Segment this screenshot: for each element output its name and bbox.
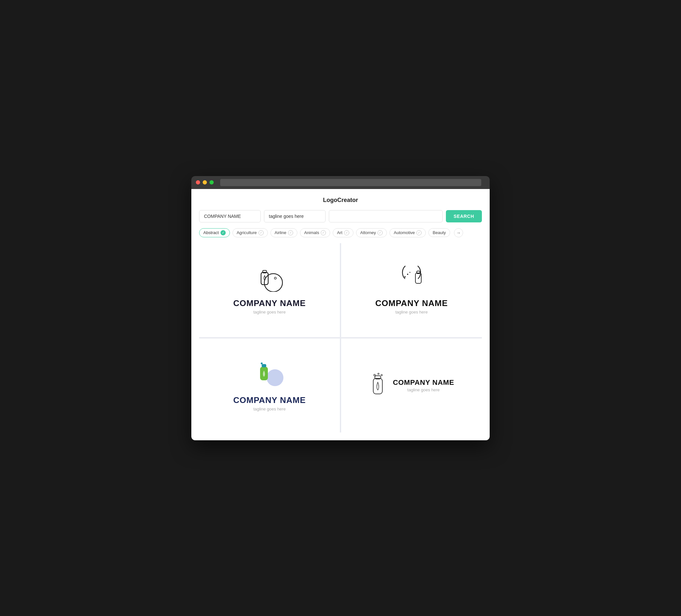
- filter-label-art: Art: [337, 230, 343, 235]
- filter-row: Abstract ✓ Agriculture ✓ Airline ✓ Anima…: [199, 228, 482, 237]
- logo-tagline-1: tagline goes here: [253, 310, 286, 314]
- logo-company-name-2: COMPANY NAME: [375, 298, 448, 308]
- check-outline-animals: ✓: [321, 230, 326, 235]
- search-button[interactable]: SEARCH: [446, 210, 482, 223]
- logo-card-1[interactable]: COMPANY NAME tagline goes here: [199, 243, 340, 337]
- tagline-input[interactable]: [264, 210, 326, 223]
- svg-rect-14: [373, 378, 382, 394]
- svg-point-3: [274, 277, 276, 279]
- svg-point-8: [409, 272, 410, 273]
- svg-point-13: [261, 362, 263, 364]
- browser-window: LogoCreator SEARCH Abstract ✓ Agricultur…: [191, 176, 490, 440]
- filter-chip-attorney[interactable]: Attorney ✓: [356, 228, 387, 237]
- browser-titlebar: [191, 176, 490, 189]
- logo-card-2[interactable]: COMPANY NAME tagline goes here: [341, 243, 482, 337]
- app-title: LogoCreator: [199, 197, 482, 204]
- search-row: SEARCH: [199, 210, 482, 223]
- filter-chip-abstract[interactable]: Abstract ✓: [199, 228, 230, 237]
- company-name-input[interactable]: [199, 210, 261, 223]
- check-outline-automotive: ✓: [417, 230, 422, 235]
- check-icon-abstract: ✓: [221, 230, 226, 235]
- logo-inline-layout: COMPANY NAME tagline goes here: [369, 372, 454, 399]
- filter-label-airline: Airline: [275, 230, 286, 235]
- filter-label-attorney: Attorney: [360, 230, 376, 235]
- logo-icon-1: [253, 266, 286, 293]
- logo-card-4[interactable]: COMPANY NAME tagline goes here: [341, 338, 482, 433]
- svg-point-7: [404, 276, 406, 278]
- filter-label-beauty: Beauty: [433, 230, 446, 235]
- logo-icon-3: [252, 360, 287, 390]
- logo-tagline-2: tagline goes here: [395, 310, 428, 314]
- logo-icon-2: [395, 266, 428, 293]
- check-outline-attorney: ✓: [377, 230, 383, 235]
- logo-tagline-3: tagline goes here: [253, 407, 286, 411]
- logo-icon-4: [369, 372, 388, 399]
- address-bar[interactable]: [220, 179, 481, 186]
- check-outline-art: ✓: [344, 230, 349, 235]
- filter-label-automotive: Automotive: [394, 230, 415, 235]
- svg-point-18: [381, 375, 382, 376]
- filter-label-agriculture: Agriculture: [237, 230, 257, 235]
- app-body: LogoCreator SEARCH Abstract ✓ Agricultur…: [191, 189, 490, 440]
- filter-chip-automotive[interactable]: Automotive ✓: [389, 228, 426, 237]
- svg-point-6: [407, 274, 408, 275]
- filter-label-animals: Animals: [304, 230, 319, 235]
- filter-next-arrow[interactable]: →: [454, 228, 463, 237]
- filter-label-abstract: Abstract: [203, 230, 219, 235]
- logo-company-name-4: COMPANY NAME: [393, 378, 454, 387]
- svg-point-0: [264, 274, 282, 292]
- filter-chip-art[interactable]: Art ✓: [333, 228, 353, 237]
- logo-inline-text-4: COMPANY NAME tagline goes here: [393, 378, 454, 392]
- logo-tagline-4: tagline goes here: [393, 387, 454, 392]
- svg-point-10: [269, 372, 281, 384]
- svg-point-17: [378, 373, 379, 375]
- minimize-button[interactable]: [203, 180, 207, 184]
- filter-chip-agriculture[interactable]: Agriculture ✓: [232, 228, 268, 237]
- filter-chip-animals[interactable]: Animals ✓: [300, 228, 330, 237]
- check-outline-agriculture: ✓: [258, 230, 263, 235]
- logo-company-name-3: COMPANY NAME: [233, 395, 306, 405]
- logo-company-name-1: COMPANY NAME: [233, 298, 306, 308]
- check-outline-airline: ✓: [288, 230, 293, 235]
- svg-rect-12: [262, 364, 266, 367]
- filter-chip-airline[interactable]: Airline ✓: [271, 228, 297, 237]
- filter-chip-beauty[interactable]: Beauty: [428, 228, 450, 237]
- logo-card-3[interactable]: COMPANY NAME tagline goes here: [199, 338, 340, 433]
- svg-point-16: [374, 374, 376, 376]
- maximize-button[interactable]: [209, 180, 214, 184]
- close-button[interactable]: [196, 180, 200, 184]
- logo-grid: COMPANY NAME tagline goes here: [199, 243, 482, 433]
- extra-input[interactable]: [329, 210, 443, 223]
